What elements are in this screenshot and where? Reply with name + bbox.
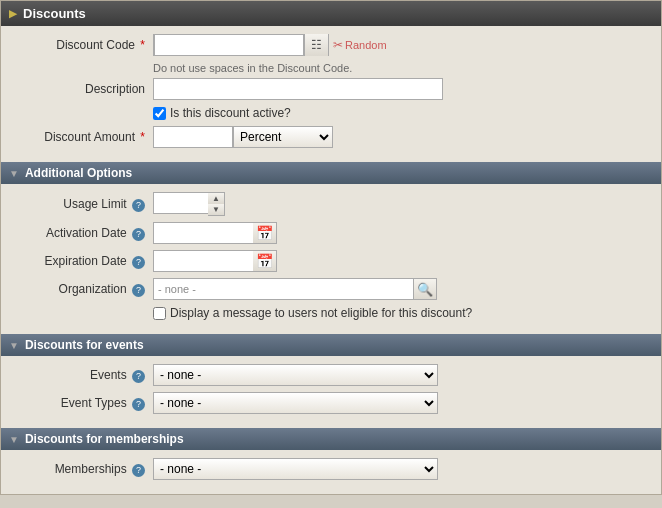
organization-row: Organization ? 🔍 xyxy=(13,278,649,300)
usage-limit-up-button[interactable]: ▲ xyxy=(208,193,224,204)
expiration-date-help-icon[interactable]: ? xyxy=(132,256,145,269)
description-label: Description xyxy=(13,82,153,96)
amount-required-indicator: * xyxy=(140,130,145,144)
discount-code-input-wrapper: ☷ xyxy=(153,34,329,56)
memberships-select[interactable]: - none - xyxy=(153,458,438,480)
events-section-content: Events ? - none - Event Types ? - none - xyxy=(1,356,661,428)
panel-toggle-icon[interactable]: ▶ xyxy=(9,8,17,19)
discounts-panel-header: ▶ Discounts xyxy=(1,1,661,26)
scissors-icon: ✂ xyxy=(333,38,343,52)
usage-limit-spinner: ▲ ▼ xyxy=(153,192,225,216)
display-message-label: Display a message to users not eligible … xyxy=(170,306,472,320)
expiration-date-row: Expiration Date ? 📅 xyxy=(13,250,649,272)
events-row: Events ? - none - xyxy=(13,364,649,386)
required-indicator: * xyxy=(140,38,145,52)
memberships-row: Memberships ? - none - xyxy=(13,458,649,480)
discount-code-row: Discount Code * ☷ ✂ Random xyxy=(13,34,649,56)
discount-code-label: Discount Code * xyxy=(13,38,153,52)
events-label: Events ? xyxy=(13,368,153,383)
event-types-help-icon[interactable]: ? xyxy=(132,398,145,411)
events-help-icon[interactable]: ? xyxy=(132,370,145,383)
discounts-panel: ▶ Discounts Discount Code * ☷ ✂ Random D… xyxy=(0,0,662,495)
event-types-label: Event Types ? xyxy=(13,396,153,411)
event-types-row: Event Types ? - none - xyxy=(13,392,649,414)
activation-date-calendar-button[interactable]: 📅 xyxy=(253,222,277,244)
discount-amount-input[interactable] xyxy=(153,126,233,148)
activation-date-row: Activation Date ? 📅 xyxy=(13,222,649,244)
discount-code-grid-icon[interactable]: ☷ xyxy=(304,34,328,56)
additional-options-content: Usage Limit ? ▲ ▼ Activation Date ? 📅 xyxy=(1,184,661,334)
usage-limit-down-button[interactable]: ▼ xyxy=(208,204,224,215)
additional-options-title: Additional Options xyxy=(25,166,132,180)
memberships-section-title: Discounts for memberships xyxy=(25,432,184,446)
random-button[interactable]: ✂ Random xyxy=(329,36,391,54)
events-select[interactable]: - none - xyxy=(153,364,438,386)
expiration-date-input[interactable] xyxy=(153,250,253,272)
expiration-date-label: Expiration Date ? xyxy=(13,254,153,269)
organization-label: Organization ? xyxy=(13,282,153,297)
organization-help-icon[interactable]: ? xyxy=(132,284,145,297)
events-section-header[interactable]: ▼ Discounts for events xyxy=(1,334,661,356)
events-toggle-icon[interactable]: ▼ xyxy=(9,340,19,351)
discount-amount-row: Discount Amount * Percent Fixed Amount xyxy=(13,126,649,148)
additional-options-header[interactable]: ▼ Additional Options xyxy=(1,162,661,184)
memberships-toggle-icon[interactable]: ▼ xyxy=(9,434,19,445)
organization-search-button[interactable]: 🔍 xyxy=(413,278,437,300)
usage-limit-input[interactable] xyxy=(153,192,208,214)
activation-date-help-icon[interactable]: ? xyxy=(132,228,145,241)
event-types-select[interactable]: - none - xyxy=(153,392,438,414)
description-input[interactable] xyxy=(153,78,443,100)
memberships-section-content: Memberships ? - none - xyxy=(1,450,661,494)
additional-options-toggle-icon[interactable]: ▼ xyxy=(9,168,19,179)
display-message-row: Display a message to users not eligible … xyxy=(153,306,649,320)
usage-limit-help-icon[interactable]: ? xyxy=(132,199,145,212)
activation-date-label: Activation Date ? xyxy=(13,226,153,241)
description-row: Description xyxy=(13,78,649,100)
usage-limit-row: Usage Limit ? ▲ ▼ xyxy=(13,192,649,216)
active-checkbox-row: Is this discount active? xyxy=(153,106,649,120)
display-message-checkbox[interactable] xyxy=(153,307,166,320)
expiration-date-calendar-button[interactable]: 📅 xyxy=(253,250,277,272)
memberships-label: Memberships ? xyxy=(13,462,153,477)
memberships-section-header[interactable]: ▼ Discounts for memberships xyxy=(1,428,661,450)
activation-date-input[interactable] xyxy=(153,222,253,244)
active-checkbox[interactable] xyxy=(153,107,166,120)
discount-amount-label: Discount Amount * xyxy=(13,130,153,144)
active-checkbox-label: Is this discount active? xyxy=(170,106,291,120)
discount-type-select[interactable]: Percent Fixed Amount xyxy=(233,126,333,148)
events-section-title: Discounts for events xyxy=(25,338,144,352)
usage-limit-label: Usage Limit ? xyxy=(13,197,153,212)
panel-title: Discounts xyxy=(23,6,86,21)
usage-limit-spinner-buttons: ▲ ▼ xyxy=(208,192,225,216)
main-form: Discount Code * ☷ ✂ Random Do not use sp… xyxy=(1,26,661,162)
discount-code-input[interactable] xyxy=(154,34,304,56)
organization-input[interactable] xyxy=(153,278,413,300)
memberships-help-icon[interactable]: ? xyxy=(132,464,145,477)
discount-code-hint: Do not use spaces in the Discount Code. xyxy=(153,62,649,74)
